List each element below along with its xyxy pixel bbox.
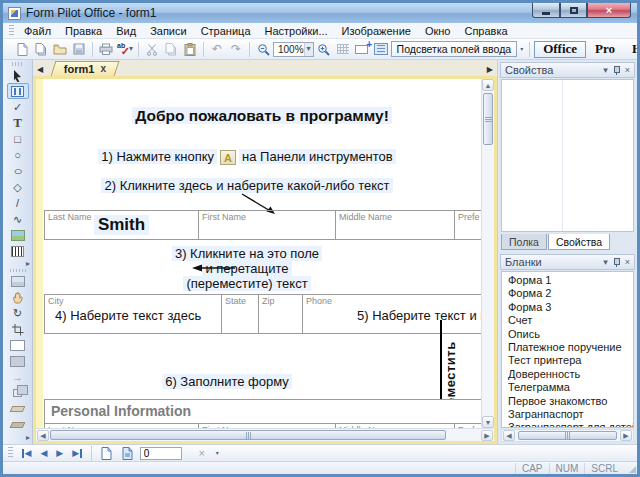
new-document-button[interactable] [13, 40, 31, 58]
maximize-button[interactable] [560, 3, 587, 18]
text-field-tool-button[interactable] [7, 83, 29, 99]
tab-scroll-left[interactable]: ◀ [35, 65, 45, 76]
recordbar-overflow[interactable]: ▾ [216, 451, 219, 456]
eraser-alt-button[interactable] [7, 417, 29, 433]
zoom-out-button[interactable] [254, 40, 272, 58]
vertical-scroll-thumb[interactable] [483, 93, 493, 145]
zoom-level-combobox[interactable]: 100% ▾ [273, 42, 314, 57]
menu-view[interactable]: Вид [109, 24, 143, 38]
rotate-image-button[interactable]: ↻ [7, 305, 29, 321]
titlebar[interactable]: Form Pilot Office - form1 × [3, 3, 637, 23]
document-page[interactable]: Добро пожаловать в программу! 1) Нажмите… [43, 79, 481, 428]
copy-button[interactable] [162, 40, 180, 58]
resize-grip[interactable]: ◢ [629, 465, 636, 474]
eraser-button[interactable] [7, 401, 29, 417]
tab-properties[interactable]: Свойства [548, 234, 610, 250]
list-item[interactable]: Форма 1 [508, 274, 633, 287]
scroll-right-button[interactable]: ▶ [481, 430, 493, 441]
undo-button[interactable]: ↶ [208, 40, 226, 58]
blanks-panel-header[interactable]: Бланки ▾ × [500, 254, 635, 270]
list-item[interactable]: Тест принтера [508, 354, 633, 367]
open-button[interactable] [51, 40, 69, 58]
copy-record-button[interactable] [119, 444, 137, 462]
pin-icon[interactable] [613, 65, 620, 75]
menu-records[interactable]: Записи [143, 24, 194, 38]
tab-home[interactable]: Home [624, 41, 640, 58]
field-first-name[interactable]: First Name [199, 211, 336, 239]
field-last-name[interactable]: Last Name Smith [45, 211, 199, 239]
next-record-button[interactable]: ▶ [53, 448, 66, 458]
spellcheck-button[interactable]: ab✓ ▾ [116, 40, 134, 58]
background-image-button[interactable] [7, 273, 29, 289]
menu-window[interactable]: Окно [418, 24, 458, 38]
field-state[interactable]: State [222, 295, 259, 333]
select-tool-button[interactable] [7, 67, 29, 83]
list-item[interactable]: Загранпаспорт для детей [508, 421, 633, 428]
text-tool-button[interactable]: T [7, 115, 29, 131]
field-prefix[interactable]: Prefe [455, 211, 481, 239]
menu-file[interactable]: Файл [17, 24, 58, 38]
scroll-down-button[interactable]: ▼ [482, 416, 494, 428]
list-item[interactable]: Телеграмма [508, 381, 633, 394]
toolbar-grip[interactable] [9, 25, 14, 37]
zoom-dropdown-icon[interactable]: ▾ [304, 43, 313, 56]
scroll-left-button[interactable]: ◀ [37, 430, 49, 441]
menu-image[interactable]: Изображение [335, 24, 418, 38]
document-tab-form1[interactable]: form1 x [51, 61, 120, 76]
curve-tool-button[interactable]: ∿ [7, 211, 29, 227]
list-item[interactable]: Счет [508, 314, 633, 327]
delete-record-button[interactable]: × [193, 444, 211, 462]
crop-tool-button[interactable] [7, 321, 29, 337]
list-item[interactable]: Опись [508, 328, 633, 341]
palette-grip[interactable] [12, 62, 24, 66]
line-tool-button[interactable]: / [7, 195, 29, 211]
fill-gray-button[interactable] [7, 353, 29, 369]
highlight-fields-toggle[interactable] [372, 40, 390, 58]
move-area-button[interactable]: → [7, 369, 29, 385]
horizontal-scroll-thumb[interactable] [50, 430, 446, 440]
polygon-tool-button[interactable]: ◇ [7, 179, 29, 195]
new-record-button[interactable] [98, 444, 116, 462]
tab-scroll-right[interactable]: ▶ [485, 65, 495, 76]
insert-image-tool-button[interactable] [7, 227, 29, 243]
panel-menu-icon[interactable]: ▾ [603, 66, 608, 75]
close-button[interactable]: × [587, 3, 631, 18]
add-field-button[interactable] [353, 40, 371, 58]
list-item[interactable]: Форма 3 [508, 301, 633, 314]
horizontal-scrollbar[interactable]: ◀ ▶ [36, 428, 494, 441]
field-zip[interactable]: Zip [259, 295, 303, 333]
menu-help[interactable]: Справка [457, 24, 514, 38]
first-record-button[interactable]: ◀ [19, 448, 34, 458]
panel-close-icon[interactable]: × [625, 66, 630, 75]
pin-icon[interactable] [613, 257, 620, 267]
record-number-input[interactable] [140, 447, 182, 460]
list-item[interactable]: Загранпаспорт [508, 408, 633, 421]
menu-page[interactable]: Страница [194, 24, 258, 38]
minimize-button[interactable] [532, 3, 560, 18]
previous-record-button[interactable]: ◀ [37, 448, 50, 458]
circle-tool-button[interactable]: ○ [7, 147, 29, 163]
highlight-fields-button[interactable]: Подсветка полей ввода [391, 41, 518, 57]
list-item[interactable]: Форма 2 [508, 287, 633, 300]
scroll-left-button[interactable]: ◀ [503, 430, 515, 441]
panel-menu-icon[interactable]: ▾ [603, 258, 608, 267]
last-name-value[interactable]: Smith [45, 211, 198, 239]
toolbar-overflow[interactable]: ▾ [520, 47, 523, 52]
blanks-scroll-thumb[interactable] [518, 431, 617, 440]
tab-office[interactable]: Office [534, 41, 586, 58]
new-from-template-button[interactable] [32, 40, 50, 58]
cut-button[interactable] [143, 40, 161, 58]
menu-settings[interactable]: Настройки... [258, 24, 335, 38]
zoom-in-button[interactable] [315, 40, 333, 58]
tab-pro[interactable]: Pro [587, 41, 623, 58]
tab-close-icon[interactable]: x [101, 64, 107, 74]
barcode-tool-button[interactable] [7, 243, 29, 259]
fill-white-button[interactable] [7, 337, 29, 353]
panel-close-icon[interactable]: × [625, 258, 630, 267]
checkmark-tool-button[interactable]: ✓ [7, 99, 29, 115]
last-record-button[interactable]: ▶ [69, 448, 84, 458]
scroll-up-button[interactable]: ▲ [482, 79, 494, 91]
tab-shelf[interactable]: Полка [501, 234, 547, 250]
rectangle-tool-button[interactable]: □ [7, 131, 29, 147]
field-phone[interactable]: Phone 5) Наберите текст и г [303, 295, 481, 333]
